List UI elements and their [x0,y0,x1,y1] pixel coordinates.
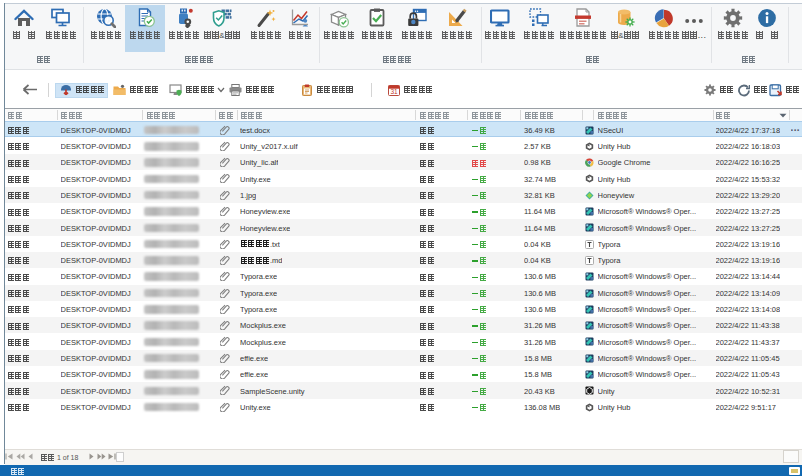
svg-text:31: 31 [390,88,398,95]
